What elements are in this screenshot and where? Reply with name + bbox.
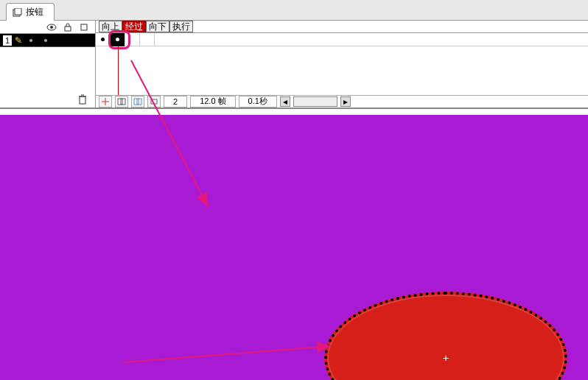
lock-icon[interactable] [63,22,73,32]
scrollbar-track[interactable] [293,96,337,107]
svg-rect-6 [80,96,85,104]
layers-header [0,21,95,34]
frame-cell-3[interactable] [125,33,140,46]
frame-cell-2[interactable] [111,33,125,46]
frame-header-up[interactable]: 向上 [99,21,122,32]
document-tab[interactable]: 按钮 [6,3,55,21]
ellipse-shape[interactable]: + [324,292,567,380]
center-frame-button[interactable] [99,96,112,108]
frame-track[interactable] [96,33,588,46]
playhead-line [118,46,119,95]
outline-icon[interactable] [79,22,89,32]
svg-rect-13 [134,99,139,105]
stage-canvas[interactable]: + [0,115,588,380]
frame-header-over[interactable]: 经过 [122,21,146,32]
svg-rect-1 [15,8,21,15]
frame-cell-4[interactable] [140,33,155,46]
onion-skin-outlines-button[interactable] [131,96,144,108]
svg-rect-5 [81,24,87,30]
edit-multiple-frames-button[interactable] [147,96,161,108]
frame-header-down[interactable]: 向下 [146,21,169,32]
scroll-left-button[interactable]: ◂ [280,96,290,107]
frame-cell-1[interactable] [96,33,111,46]
scroll-right-button[interactable]: ▸ [340,96,351,107]
frame-header: 向上 经过 向下 执行 [96,21,588,33]
document-icon [13,8,23,17]
svg-point-3 [50,26,53,29]
pencil-icon: ✎ [15,35,22,46]
fps-display: 12.0 帧 [190,96,235,108]
eye-icon[interactable] [46,22,57,32]
svg-rect-11 [118,99,122,105]
svg-rect-12 [121,99,125,105]
trash-icon[interactable] [77,94,88,105]
svg-rect-14 [137,99,141,105]
layers-panel: 1 ✎ [0,21,96,108]
frame-header-hit[interactable]: 执行 [169,21,193,32]
timeline-status-bar: 2 12.0 帧 0.1秒 ◂ ▸ [96,95,588,108]
layer-row[interactable]: 1 ✎ [0,34,95,47]
current-frame-display: 2 [164,96,187,108]
layers-footer [0,91,95,108]
crosshair-icon: + [443,352,449,364]
layer-dot [29,39,32,42]
layer-number: 1 [3,35,12,46]
timeline: 1 ✎ 向上 经过 向下 执行 [0,21,588,109]
frames-panel: 向上 经过 向下 执行 2 [96,21,588,108]
onion-skin-button[interactable] [115,96,128,108]
layer-dot [44,39,47,42]
svg-rect-15 [151,99,157,104]
tab-title: 按钮 [26,6,43,18]
svg-rect-4 [65,27,71,31]
tab-bar: 按钮 [0,0,588,21]
elapsed-display: 0.1秒 [239,96,277,108]
